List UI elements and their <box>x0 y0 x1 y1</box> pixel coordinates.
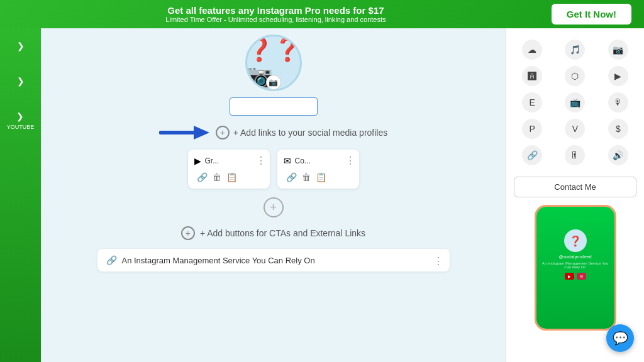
app-icon-grid: ☁ 🎵 📷 🅰 ⬡ ▶ E 📺 🎙 P V $ 🔗 🎚 🔊 <box>514 36 636 169</box>
icon-etsy[interactable]: E <box>522 92 542 112</box>
bottom-card-icon: 🔗 <box>106 255 117 265</box>
icon-instagram[interactable]: 📷 <box>608 40 628 60</box>
bottom-card: 🔗 An Instagram Management Service You Ca… <box>97 249 450 272</box>
get-it-now-button[interactable]: Get It Now! <box>552 4 631 25</box>
main-layout: ❯ ❯ ❯ YOUTUBE ❓❓📷 📷 + + Add links <box>0 28 644 362</box>
banner-text: Get all features any Instagram Pro needs… <box>0 5 552 23</box>
plus-circle-icon: + <box>216 126 230 140</box>
card-co-header: ✉ Co... <box>284 156 353 166</box>
phone-screen: ❓ @socialproxfeed An Instagram Managemen… <box>536 207 614 329</box>
card-co-menu[interactable]: ⋮ <box>345 155 355 167</box>
phone-outer: ❓ @socialproxfeed An Instagram Managemen… <box>535 205 616 331</box>
chat-icon: 💬 <box>613 331 628 346</box>
camera-button[interactable]: 📷 <box>266 75 281 90</box>
card-co-copy-icon[interactable]: 📋 <box>316 172 326 182</box>
top-banner: Get all features any Instagram Pro needs… <box>0 0 644 28</box>
card-gr-link-icon[interactable]: 🔗 <box>197 172 208 182</box>
card-gr-header: ▶ Gr... <box>194 156 264 166</box>
svg-rect-0 <box>159 131 196 134</box>
phone-desc: An Instagram Management Service You Can … <box>536 261 614 269</box>
card-co-actions: 🔗 🗑 📋 <box>284 172 353 182</box>
phone-avatar: ❓ <box>564 229 587 252</box>
card-gr-menu[interactable]: ⋮ <box>256 155 266 167</box>
chat-bubble-button[interactable]: 💬 <box>606 324 634 352</box>
svg-marker-1 <box>194 126 209 140</box>
icon-soundcloud[interactable]: ☁ <box>522 40 542 60</box>
icon-paypal[interactable]: P <box>522 119 542 139</box>
add-more-button[interactable]: + <box>264 197 284 217</box>
social-cards: ▶ Gr... ⋮ 🔗 🗑 📋 ✉ Co... ⋮ 🔗 <box>188 150 359 189</box>
social-card-co: ✉ Co... ⋮ 🔗 🗑 📋 <box>277 150 359 189</box>
sidebar-item-1[interactable]: ❯ <box>17 41 25 51</box>
contact-me-button[interactable]: Contact Me <box>514 177 636 197</box>
blue-arrow-icon <box>159 126 209 140</box>
card-co-icon: ✉ <box>284 156 291 166</box>
name-input[interactable] <box>230 97 318 116</box>
icon-anchor[interactable]: 🔊 <box>608 145 628 165</box>
sidebar-youtube-label: YOUTUBE <box>7 124 35 130</box>
add-cta-row[interactable]: + + Add buttons for CTAs and External Li… <box>181 226 365 240</box>
card-gr-title: Gr... <box>205 156 219 165</box>
icon-cashapp[interactable]: $ <box>608 119 628 139</box>
sidebar-item-2[interactable]: ❯ <box>17 76 25 86</box>
banner-title: Get all features any Instagram Pro needs… <box>167 5 384 16</box>
center-content: ❓❓📷 📷 + + Add links to your social media… <box>41 28 506 362</box>
social-card-gr: ▶ Gr... ⋮ 🔗 🗑 📋 <box>188 150 270 189</box>
add-cta-label: + Add buttons for CTAs and External Link… <box>200 228 365 238</box>
icon-googlepodcasts[interactable]: 🎚 <box>565 145 585 165</box>
card-co-delete-icon[interactable]: 🗑 <box>302 172 311 182</box>
avatar-container: ❓❓📷 📷 <box>245 35 302 91</box>
card-co-title: Co... <box>295 156 311 165</box>
icon-venmo[interactable]: V <box>565 119 585 139</box>
card-gr-delete-icon[interactable]: 🗑 <box>213 172 221 182</box>
left-sidebar: ❯ ❯ ❯ YOUTUBE <box>0 28 41 362</box>
icon-podcast[interactable]: 🎙 <box>608 92 628 112</box>
icon-playstore[interactable]: ▶ <box>608 66 628 86</box>
icon-link[interactable]: 🔗 <box>522 145 542 165</box>
sidebar-youtube[interactable]: ❯ YOUTUBE <box>7 111 35 130</box>
add-social-label: + Add links to your social media profile… <box>233 128 388 138</box>
banner-subtitle: Limited Time Offer - Unlimited schedulin… <box>165 16 386 23</box>
icon-amazon[interactable]: 🅰 <box>522 66 542 86</box>
card-gr-icon: ▶ <box>194 156 201 166</box>
bottom-card-text: An Instagram Management Service You Can … <box>122 256 315 265</box>
add-social-row: + + Add links to your social media profi… <box>53 126 493 140</box>
card-co-link-icon[interactable]: 🔗 <box>286 172 297 182</box>
phone-username: @socialproxfeed <box>558 255 591 259</box>
card-gr-copy-icon[interactable]: 📋 <box>226 172 237 182</box>
phone-action-buttons: ▶ ✉ <box>565 273 586 280</box>
card-gr-actions: 🔗 🗑 📋 <box>194 172 264 182</box>
icon-spotify[interactable]: 🎵 <box>565 40 585 60</box>
right-panel: ☁ 🎵 📷 🅰 ⬡ ▶ E 📺 🎙 P V $ 🔗 🎚 🔊 Contact Me <box>506 28 644 362</box>
add-social-button[interactable]: + + Add links to your social media profi… <box>216 126 388 140</box>
icon-appstore[interactable]: ⬡ <box>565 66 585 86</box>
phone-email-btn[interactable]: ✉ <box>577 273 586 280</box>
icon-twitch[interactable]: 📺 <box>565 92 585 112</box>
bottom-card-menu[interactable]: ⋮ <box>433 255 443 267</box>
phone-youtube-btn[interactable]: ▶ <box>565 273 574 280</box>
add-cta-plus-icon: + <box>181 226 195 240</box>
